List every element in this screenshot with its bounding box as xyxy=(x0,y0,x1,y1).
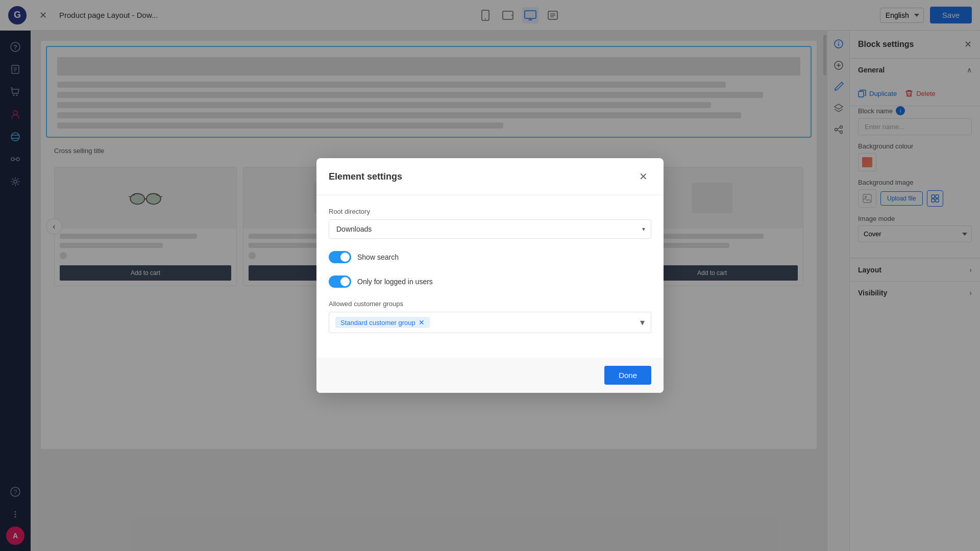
modal-overlay: Element settings ✕ Root directory Downlo… xyxy=(0,0,980,551)
show-search-label: Show search xyxy=(357,253,399,261)
element-settings-modal: Element settings ✕ Root directory Downlo… xyxy=(316,158,664,393)
root-directory-select[interactable]: Downloads Documents Media xyxy=(329,219,651,239)
done-button[interactable]: Done xyxy=(604,366,651,385)
modal-footer: Done xyxy=(316,358,664,393)
show-search-toggle[interactable] xyxy=(329,251,351,263)
only-logged-in-toggle[interactable] xyxy=(329,276,351,288)
only-logged-in-row: Only for logged in users xyxy=(329,276,651,288)
tag-input-field[interactable] xyxy=(434,318,636,327)
modal-body: Root directory Downloads Documents Media… xyxy=(316,195,664,358)
modal-close-button[interactable]: ✕ xyxy=(635,168,651,185)
modal-title: Element settings xyxy=(329,171,402,182)
customer-groups-tag-input[interactable]: Standard customer group ✕ ▾ xyxy=(329,312,651,333)
allowed-groups-group: Allowed customer groups Standard custome… xyxy=(329,300,651,333)
only-logged-in-label: Only for logged in users xyxy=(357,278,433,286)
root-directory-label: Root directory xyxy=(329,208,651,215)
show-search-row: Show search xyxy=(329,251,651,263)
remove-tag-button[interactable]: ✕ xyxy=(419,318,425,327)
modal-header: Element settings ✕ xyxy=(316,158,664,195)
tag-dropdown-arrow[interactable]: ▾ xyxy=(640,317,645,328)
allowed-groups-label: Allowed customer groups xyxy=(329,300,651,308)
show-search-slider xyxy=(329,251,351,263)
root-directory-group: Root directory Downloads Documents Media… xyxy=(329,208,651,239)
root-directory-select-wrapper: Downloads Documents Media ▾ xyxy=(329,219,651,239)
customer-group-tag: Standard customer group ✕ xyxy=(335,317,430,328)
only-logged-in-slider xyxy=(329,276,351,288)
